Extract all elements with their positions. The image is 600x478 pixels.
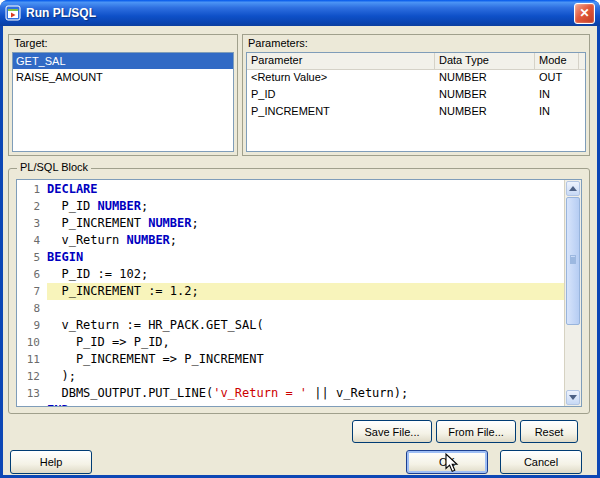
code-segment: ; [141,199,148,213]
target-list-item[interactable]: RAISE_AMOUNT [13,69,233,85]
scroll-down-button[interactable] [566,390,580,405]
parameters-panel: Parameters: ParameterData TypeMode <Retu… [242,34,590,156]
code-line-text: v_Return NUMBER; [47,232,564,249]
code-lines[interactable]: 1DECLARE2 P_ID NUMBER;3 P_INCREMENT NUMB… [17,181,564,406]
code-segment: NUMBER [126,233,169,247]
parameters-column-header[interactable]: Parameter [247,53,435,69]
code-line-text: P_ID := 102; [47,266,564,283]
code-segment: ); [47,369,76,383]
plsql-block-label: PL/SQL Block [17,161,91,173]
parameter-row-filler [579,70,585,87]
save-file-button[interactable]: Save File... [352,420,432,443]
dialog-body: Target: GET_SALRAISE_AMOUNT Parameters: … [3,26,597,475]
parameters-label: Parameters: [248,37,308,49]
line-number: 11 [17,351,47,368]
code-line-text: P_INCREMENT := 1.2; [47,283,564,300]
code-line-text: ); [47,368,564,385]
code-segment: || v_Return); [307,386,408,400]
parameter-row[interactable]: P_INCREMENTNUMBERIN [247,104,585,121]
parameter-cell: P_INCREMENT [247,104,435,121]
code-line[interactable]: 4 v_Return NUMBER; [17,232,564,249]
code-line[interactable]: 2 P_ID NUMBER; [17,198,564,215]
parameter-row[interactable]: <Return Value>NUMBEROUT [247,70,585,87]
code-line[interactable]: 3 P_INCREMENT NUMBER; [17,215,564,232]
code-line-text: P_INCREMENT NUMBER; [47,215,564,232]
code-line[interactable]: 13 DBMS_OUTPUT.PUT_LINE('v_Return = ' ||… [17,385,564,402]
parameter-cell: OUT [535,70,579,87]
arrow-down-icon [569,395,577,400]
code-segment: NUMBER [148,216,191,230]
code-segment: P_ID := 102; [47,267,148,281]
scroll-up-button[interactable] [566,181,580,196]
line-number: 4 [17,232,47,249]
code-line[interactable]: 10 P_ID => P_ID, [17,334,564,351]
code-segment: DBMS_OUTPUT.PUT_LINE( [47,386,213,400]
title-bar[interactable]: Run PL/SQL ✕ [0,0,600,26]
line-number: 6 [17,266,47,283]
target-list-item[interactable]: GET_SAL [13,53,233,69]
reset-button[interactable]: Reset [520,420,578,443]
line-number: 14 [17,402,47,406]
arrow-up-icon [569,186,577,191]
line-number: 8 [17,300,47,317]
code-segment: DECLARE [47,182,98,196]
code-segment: P_ID => P_ID, [47,335,170,349]
close-button[interactable]: ✕ [574,3,595,24]
code-line-text: END; [47,402,564,406]
editor-vertical-scrollbar[interactable] [564,180,581,406]
parameter-row-filler [579,87,585,104]
code-segment: P_ID [47,199,98,213]
parameter-cell: IN [535,104,579,121]
code-line[interactable]: 9 v_Return := HR_PACK.GET_SAL( [17,317,564,334]
parameters-header-filler [579,53,585,69]
code-line-text: P_ID NUMBER; [47,198,564,215]
parameter-row[interactable]: P_IDNUMBERIN [247,87,585,104]
target-list[interactable]: GET_SALRAISE_AMOUNT [12,52,234,152]
code-line[interactable]: 12 ); [17,368,564,385]
scrollbar-thumb[interactable] [566,197,580,325]
code-line-text: DECLARE [47,181,564,198]
line-number: 3 [17,215,47,232]
run-plsql-dialog: Run PL/SQL ✕ Target: GET_SALRAISE_AMOUNT… [0,0,600,478]
help-button[interactable]: Help [10,450,92,474]
window-title: Run PL/SQL [26,6,96,20]
close-icon: ✕ [579,6,589,20]
line-number: 13 [17,385,47,402]
code-segment: P_INCREMENT := 1.2; [47,284,199,298]
cancel-button[interactable]: Cancel [500,450,582,474]
line-number: 9 [17,317,47,334]
code-line[interactable]: 6 P_ID := 102; [17,266,564,283]
line-number: 7 [17,283,47,300]
code-segment: v_Return [47,233,126,247]
parameters-rows: <Return Value>NUMBEROUTP_IDNUMBERINP_INC… [247,70,585,121]
ok-button[interactable]: OK [406,450,488,474]
parameter-cell: <Return Value> [247,70,435,87]
code-segment: ; [170,233,177,247]
code-line[interactable]: 8 [17,300,564,317]
code-line[interactable]: 11 P_INCREMENT => P_INCREMENT [17,351,564,368]
plsql-code-editor[interactable]: 1DECLARE2 P_ID NUMBER;3 P_INCREMENT NUMB… [16,179,582,407]
parameters-column-header[interactable]: Data Type [435,53,535,69]
code-line-text: DBMS_OUTPUT.PUT_LINE('v_Return = ' || v_… [47,385,564,402]
code-line[interactable]: 14END; [17,402,564,406]
code-line[interactable]: 1DECLARE [17,181,564,198]
parameters-column-header[interactable]: Mode [535,53,579,69]
code-segment: NUMBER [98,199,141,213]
parameter-cell: NUMBER [435,87,535,104]
run-plsql-icon [5,5,21,21]
parameter-row-filler [579,104,585,121]
plsql-block-group: PL/SQL Block 1DECLARE2 P_ID NUMBER;3 P_I… [8,168,590,414]
code-line[interactable]: 7 P_INCREMENT := 1.2; [17,283,564,300]
code-line[interactable]: 5BEGIN [17,249,564,266]
code-line-text: P_ID => P_ID, [47,334,564,351]
from-file-button[interactable]: From File... [436,420,516,443]
line-number: 12 [17,368,47,385]
parameter-cell: P_ID [247,87,435,104]
line-number: 10 [17,334,47,351]
target-label: Target: [14,37,48,49]
code-segment: P_INCREMENT => P_INCREMENT [47,352,264,366]
code-segment: v_Return := HR_PACK.GET_SAL( [47,318,264,332]
code-line-text [47,300,564,317]
code-line-text: P_INCREMENT => P_INCREMENT [47,351,564,368]
parameter-cell: NUMBER [435,104,535,121]
